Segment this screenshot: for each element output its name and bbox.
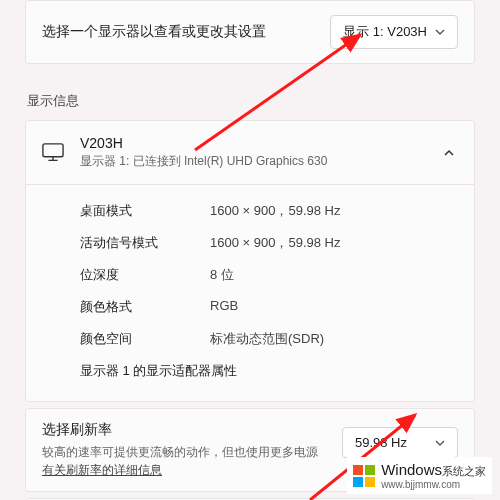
prop-label: 位深度 xyxy=(80,266,210,284)
watermark: Windows系统之家 www.bjjmmw.com xyxy=(347,457,492,494)
prop-row: 颜色格式 RGB xyxy=(80,291,458,323)
display-selector-row: 选择一个显示器以查看或更改其设置 显示 1: V203H xyxy=(25,0,475,64)
display-selector-label: 选择一个显示器以查看或更改其设置 xyxy=(42,23,266,41)
chevron-down-icon xyxy=(435,27,445,37)
windows-logo-icon xyxy=(353,465,375,487)
svg-rect-8 xyxy=(365,477,375,487)
refresh-rate-desc: 较高的速率可提供更流畅的动作，但也使用更多电源 有关刷新率的详细信息 xyxy=(42,443,328,479)
prop-label: 桌面模式 xyxy=(80,202,210,220)
prop-row: 位深度 8 位 xyxy=(80,259,458,291)
display-info-header[interactable]: V203H 显示器 1: 已连接到 Intel(R) UHD Graphics … xyxy=(26,121,474,184)
watermark-brand: Windows xyxy=(381,461,442,478)
prop-value: 8 位 xyxy=(210,266,234,284)
prop-value: 1600 × 900，59.98 Hz xyxy=(210,234,340,252)
display-selector-dropdown[interactable]: 显示 1: V203H xyxy=(330,15,458,49)
prop-value: RGB xyxy=(210,298,238,316)
prop-label: 颜色空间 xyxy=(80,330,210,348)
monitor-icon xyxy=(42,143,64,163)
svg-rect-6 xyxy=(365,465,375,475)
display-info-card: V203H 显示器 1: 已连接到 Intel(R) UHD Graphics … xyxy=(25,120,475,402)
section-title-display-info: 显示信息 xyxy=(27,92,473,110)
display-selector-value: 显示 1: V203H xyxy=(343,23,427,41)
display-name: V203H xyxy=(80,135,424,151)
watermark-url: www.bjjmmw.com xyxy=(381,479,486,490)
display-connection: 显示器 1: 已连接到 Intel(R) UHD Graphics 630 xyxy=(80,153,424,170)
refresh-rate-value: 59.98 Hz xyxy=(355,435,407,450)
svg-rect-0 xyxy=(43,143,63,156)
prop-value: 1600 × 900，59.98 Hz xyxy=(210,202,340,220)
refresh-rate-dropdown[interactable]: 59.98 Hz xyxy=(342,427,458,458)
prop-row: 颜色空间 标准动态范围(SDR) xyxy=(80,323,458,355)
prop-value: 标准动态范围(SDR) xyxy=(210,330,324,348)
watermark-tagline: 系统之家 xyxy=(442,465,486,477)
refresh-rate-info-link[interactable]: 有关刷新率的详细信息 xyxy=(42,463,162,477)
prop-row: 桌面模式 1600 × 900，59.98 Hz xyxy=(80,195,458,227)
adapter-properties-link[interactable]: 显示器 1 的显示适配器属性 xyxy=(80,355,458,387)
chevron-down-icon xyxy=(435,438,445,448)
svg-rect-5 xyxy=(353,465,363,475)
display-properties: 桌面模式 1600 × 900，59.98 Hz 活动信号模式 1600 × 9… xyxy=(26,185,474,401)
prop-label: 颜色格式 xyxy=(80,298,210,316)
prop-label: 活动信号模式 xyxy=(80,234,210,252)
prop-row: 活动信号模式 1600 × 900，59.98 Hz xyxy=(80,227,458,259)
svg-rect-7 xyxy=(353,477,363,487)
refresh-rate-title: 选择刷新率 xyxy=(42,421,328,439)
collapse-button[interactable] xyxy=(440,144,458,162)
